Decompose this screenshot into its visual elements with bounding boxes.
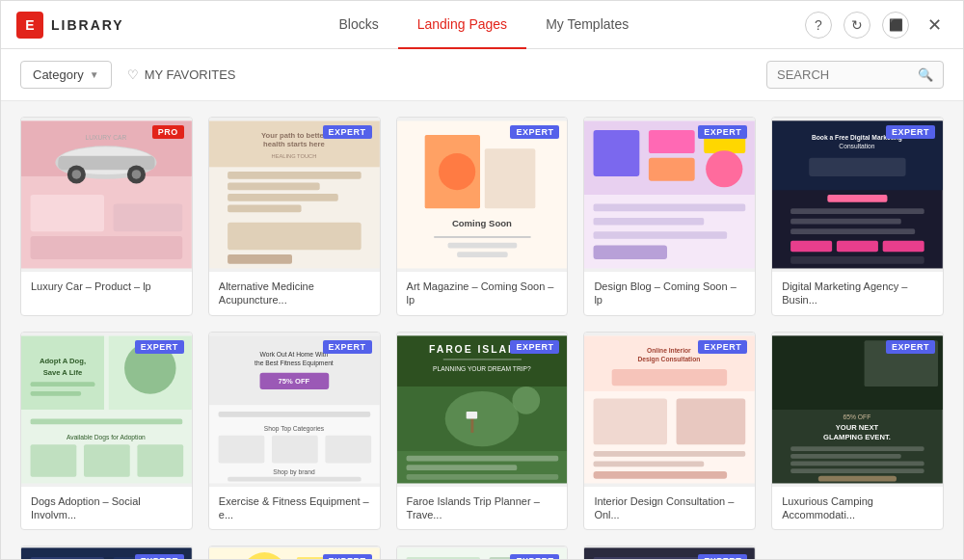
category-dropdown[interactable]: Category ▼ xyxy=(20,61,112,89)
badge-expert: EXPERT xyxy=(886,125,935,139)
svg-rect-12 xyxy=(31,236,183,259)
svg-rect-21 xyxy=(228,205,301,213)
template-card-digital-marketing[interactable]: Book a Free Digital Marketing Consultati… xyxy=(771,117,944,316)
template-card-bottom2[interactable]: EXPERT xyxy=(208,546,381,559)
svg-rect-75 xyxy=(218,412,370,417)
svg-point-9 xyxy=(132,170,142,179)
svg-rect-68 xyxy=(137,444,183,476)
card-title: Alternative Medicine Acupuncture... xyxy=(209,272,380,315)
close-button[interactable]: ✕ xyxy=(921,12,948,39)
svg-rect-54 xyxy=(883,241,924,252)
svg-text:75% OFF: 75% OFF xyxy=(278,377,309,386)
svg-rect-64 xyxy=(31,418,183,424)
svg-rect-117 xyxy=(31,557,104,559)
svg-text:Available Dogs for Adoption: Available Dogs for Adoption xyxy=(67,433,146,440)
svg-rect-23 xyxy=(228,254,292,264)
tab-blocks[interactable]: Blocks xyxy=(319,1,397,49)
svg-rect-100 xyxy=(594,398,667,444)
card-thumbnail: EXPERT xyxy=(21,547,192,559)
svg-rect-123 xyxy=(406,557,479,559)
template-card-interior-design[interactable]: Online Interior Design Consultation EXPE… xyxy=(583,332,756,531)
tab-my-templates[interactable]: My Templates xyxy=(526,1,648,49)
svg-rect-34 xyxy=(594,130,640,176)
svg-rect-62 xyxy=(31,390,82,395)
help-button[interactable]: ? xyxy=(805,12,832,39)
card-thumbnail: EXPERT xyxy=(584,118,755,272)
svg-text:Online Interior: Online Interior xyxy=(648,346,692,353)
svg-rect-48 xyxy=(828,195,888,202)
svg-rect-39 xyxy=(594,204,746,212)
badge-expert: EXPERT xyxy=(886,340,935,354)
favorites-button[interactable]: ♡ MY FAVORITES xyxy=(127,67,236,82)
svg-text:LUXURY CAR: LUXURY CAR xyxy=(86,134,127,141)
svg-rect-49 xyxy=(790,208,924,214)
template-card-exercise-fitness[interactable]: Work Out At Home With the Best Fitness E… xyxy=(208,332,381,531)
svg-point-26 xyxy=(439,153,475,190)
card-title: Art Magazine – Coming Soon – lp xyxy=(397,272,568,315)
svg-rect-104 xyxy=(594,471,728,479)
svg-rect-78 xyxy=(272,435,318,463)
template-card-bottom4[interactable]: EXPERT xyxy=(583,546,756,559)
svg-rect-66 xyxy=(31,444,77,476)
card-thumbnail: FAROE ISLANDS PLANNING YOUR DREAM TRIP? … xyxy=(397,333,568,487)
svg-rect-11 xyxy=(114,204,183,232)
card-title: Design Blog – Coming Soon – lp xyxy=(584,272,755,315)
template-card-faroe-islands[interactable]: FAROE ISLANDS PLANNING YOUR DREAM TRIP? … xyxy=(396,332,569,531)
svg-rect-22 xyxy=(228,223,362,251)
refresh-button[interactable]: ↻ xyxy=(844,12,870,39)
svg-rect-50 xyxy=(790,219,901,225)
tab-landing-pages[interactable]: Landing Pages xyxy=(398,1,526,49)
svg-text:Your path to better: Your path to better xyxy=(261,131,327,140)
svg-text:Adopt A Dog,: Adopt A Dog, xyxy=(40,357,86,365)
svg-rect-103 xyxy=(594,461,705,467)
badge-pro: PRO xyxy=(152,125,184,139)
svg-rect-51 xyxy=(790,228,915,234)
card-title: Faroe Islands Trip Planner – Trave... xyxy=(397,487,568,530)
svg-text:Shop Top Categories: Shop Top Categories xyxy=(264,425,325,433)
header-actions: ? ↻ ⬛ ✕ xyxy=(805,12,948,39)
logo: E LIBRARY xyxy=(16,12,124,39)
svg-point-89 xyxy=(512,387,540,414)
svg-rect-55 xyxy=(790,256,924,264)
svg-rect-113 xyxy=(790,461,924,466)
search-input[interactable] xyxy=(777,67,912,82)
svg-text:65% OFF: 65% OFF xyxy=(844,413,871,419)
template-card-bottom1[interactable]: EXPERT xyxy=(20,546,193,559)
svg-text:Coming Soon: Coming Soon xyxy=(451,218,511,228)
template-card-luxury-car[interactable]: LUXURY CAR PRO Luxury Car – Prod xyxy=(20,117,193,316)
svg-rect-115 xyxy=(818,475,897,481)
svg-rect-37 xyxy=(649,158,695,181)
svg-text:the Best Fitness Equipment: the Best Fitness Equipment xyxy=(254,360,334,367)
card-thumbnail: LUXURY CAR PRO xyxy=(21,118,192,272)
svg-rect-27 xyxy=(484,148,535,208)
template-card-camping[interactable]: 65% OFF YOUR NEXT GLAMPING EVENT. EXPERT… xyxy=(771,332,944,531)
search-container: 🔍 xyxy=(766,61,944,89)
card-title: Dogs Adoption – Social Involvm... xyxy=(21,487,192,530)
template-card-alt-medicine[interactable]: Your path to better health starts here H… xyxy=(208,117,381,316)
svg-point-38 xyxy=(707,150,743,187)
template-card-dogs-adoption[interactable]: Adopt A Dog, Save A Life Available Dogs … xyxy=(20,332,193,531)
svg-text:GLAMPING EVENT.: GLAMPING EVENT. xyxy=(823,432,891,440)
svg-text:Shop by brand: Shop by brand xyxy=(273,467,315,475)
svg-rect-10 xyxy=(31,195,104,231)
badge-expert: EXPERT xyxy=(510,554,559,559)
svg-rect-99 xyxy=(612,369,727,386)
card-thumbnail: Online Interior Design Consultation EXPE… xyxy=(584,333,755,487)
card-thumbnail: EXPERT xyxy=(584,547,755,559)
template-grid: LUXURY CAR PRO Luxury Car – Prod xyxy=(20,117,944,559)
badge-expert: EXPERT xyxy=(698,340,747,354)
svg-rect-35 xyxy=(649,130,695,153)
save-button[interactable]: ⬛ xyxy=(882,12,909,39)
dropdown-arrow-icon: ▼ xyxy=(90,69,99,80)
card-title: Digital Marketing Agency – Busin... xyxy=(772,272,943,315)
template-card-bottom3[interactable]: EXPERT xyxy=(396,546,569,559)
svg-point-7 xyxy=(72,170,82,179)
template-card-art-magazine[interactable]: Coming Soon EXPERT Art Magazine – Coming… xyxy=(396,117,569,316)
svg-text:PLANNING YOUR DREAM TRIP?: PLANNING YOUR DREAM TRIP? xyxy=(433,364,531,371)
svg-rect-92 xyxy=(406,455,558,461)
card-thumbnail: Coming Soon EXPERT xyxy=(397,118,568,272)
svg-rect-81 xyxy=(228,476,362,481)
template-card-design-blog[interactable]: EXPERT Design Blog – Coming Soon – lp xyxy=(583,117,756,316)
svg-rect-102 xyxy=(594,451,746,457)
card-title: Interior Design Consultation – Onl... xyxy=(584,487,755,530)
